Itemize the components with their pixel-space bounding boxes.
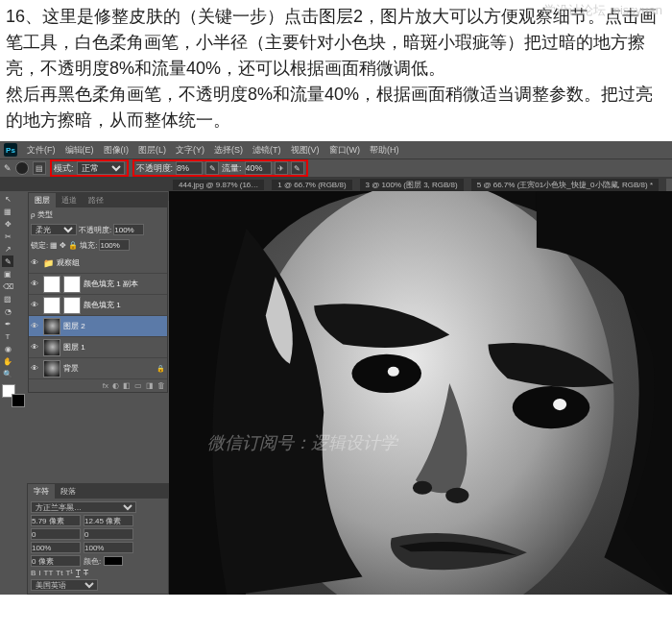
svg-point-2 [351,354,421,393]
caps-icon[interactable]: TT [44,569,54,577]
layer-row[interactable]: 👁 颜色填充 1 [29,295,167,316]
mode-select[interactable]: 正常 [77,161,125,175]
language-select[interactable]: 美国英语 [31,579,98,591]
tab-character[interactable]: 字符 [28,484,55,499]
layer-thumb [43,297,60,314]
visibility-icon[interactable]: 👁 [31,322,40,330]
menu-file[interactable]: 文件(F) [27,144,56,157]
layer-name[interactable]: 颜色填充 1 副本 [84,279,138,289]
trash-icon[interactable]: 🗑 [157,381,165,390]
kind-filter[interactable]: ρ 类型 [31,209,53,220]
doc-tab-2[interactable]: 3 @ 100% (图层 3, RGB/8) [360,179,464,191]
tab-paths[interactable]: 路径 [83,193,109,207]
menu-help[interactable]: 帮助(H) [370,144,399,157]
superscript-icon[interactable]: T¹ [65,569,73,577]
visibility-icon[interactable]: 👁 [31,364,40,373]
layer-row-selected[interactable]: 👁 图层 2 [29,316,167,337]
tutorial-para-2: 然后再黑色柔角画笔，不透明度8%和流量40%，根据画面稍微适当调整参数。把过亮的… [6,82,666,134]
layer-name[interactable]: 颜色填充 1 [84,300,121,310]
doc-tab-0[interactable]: 444.jpg @ 9.87% (16… [173,180,264,190]
new-layer-icon[interactable]: ◨ [146,381,154,390]
marquee-tool[interactable]: ▦ [2,206,13,217]
italic-icon[interactable]: I [38,569,40,577]
tab-paragraph[interactable]: 段落 [55,484,82,499]
mask-icon[interactable]: ◐ [112,381,119,390]
adjustment-icon[interactable]: ◧ [123,381,131,390]
opacity-pressure-icon[interactable]: ✎ [205,161,219,175]
menu-type[interactable]: 文字(Y) [176,144,204,157]
blend-mode-select[interactable]: 柔光 [31,224,77,235]
smallcaps-icon[interactable]: Tt [56,569,62,577]
menu-select[interactable]: 选择(S) [214,144,243,157]
pen-tool[interactable]: ✒ [2,318,13,329]
font-family-select[interactable]: 方正兰亭黑… [31,501,136,513]
fx-icon[interactable]: fx [103,381,108,390]
doc-tab-1[interactable]: 1 @ 66.7% (RGB/8) [272,180,351,190]
dodge-tool[interactable]: ◔ [2,305,13,317]
bold-icon[interactable]: B [31,569,36,577]
type-tool[interactable]: T [2,330,13,342]
text-color-swatch[interactable] [104,556,123,566]
font-size-input[interactable] [31,515,81,526]
move-tool[interactable]: ↖ [2,193,13,205]
visibility-icon[interactable]: 👁 [31,258,40,267]
color-swatches[interactable] [2,384,25,407]
underline-icon[interactable]: T̲ [76,569,81,577]
text-style-row: B I TT Tt T¹ T̲ T̶ [31,569,165,577]
layer-group-row[interactable]: 👁 📁 观察组 [29,253,167,274]
leading-input[interactable] [84,515,133,526]
group-name[interactable]: 观察组 [57,257,80,268]
eraser-tool[interactable]: ⌫ [2,280,13,292]
lock-position-icon[interactable]: ✥ [60,241,66,250]
doc-tab-3[interactable]: 5 @ 66.7% (王寅01小色块_快捷_0小隐藏, RGB/8) * [471,179,659,191]
lock-all-icon[interactable]: 🔒 [68,241,78,250]
strike-icon[interactable]: T̶ [84,569,88,577]
crop-tool[interactable]: ✂ [2,231,13,242]
tracking-input-2[interactable] [84,528,133,540]
hscale-input[interactable] [31,542,81,553]
menu-filter[interactable]: 滤镜(T) [252,144,281,157]
brush-preview[interactable] [15,161,29,175]
visibility-icon[interactable]: 👁 [31,301,40,309]
layer-name[interactable]: 背景 [63,363,79,374]
fill-input[interactable] [99,239,130,251]
tracking-input-1[interactable] [31,528,81,540]
group-icon[interactable]: ▭ [134,381,142,390]
layer-row-background[interactable]: 👁 背景 🔒 [29,358,167,379]
layer-row[interactable]: 👁 颜色填充 1 副本 [29,274,167,295]
hand-tool[interactable]: ✋ [2,355,13,367]
menu-image[interactable]: 图像(I) [104,144,130,157]
brush-tool[interactable]: ✎ [2,256,13,267]
path-tool[interactable]: ◉ [2,343,13,354]
visibility-icon[interactable]: 👁 [31,343,40,352]
tab-channels[interactable]: 通道 [56,193,83,207]
airbrush-icon[interactable]: ✈ [275,161,288,175]
menu-layer[interactable]: 图层(L) [138,144,166,157]
layer-name[interactable]: 图层 2 [63,321,85,331]
stamp-tool[interactable]: ▣ [2,268,13,280]
menu-view[interactable]: 视图(V) [291,144,320,157]
brush-panel-toggle-icon[interactable]: ▤ [33,161,46,175]
layer-row[interactable]: 👁 图层 1 [29,337,167,358]
gradient-tool[interactable]: ▨ [2,293,13,304]
visibility-icon[interactable]: 👁 [31,280,40,288]
opacity-input[interactable] [176,161,203,175]
lock-pixels-icon[interactable]: ▦ [50,241,58,250]
zoom-tool[interactable]: 🔍 [2,368,13,379]
menu-window[interactable]: 窗口(W) [329,144,361,157]
baseline-input[interactable] [31,555,81,567]
layer-opacity-input[interactable] [113,224,144,235]
canvas-area[interactable]: 微信订阅号：逻辑设计学 [169,191,672,595]
layer-thumb [43,339,60,356]
layer-name[interactable]: 图层 1 [63,342,85,353]
background-swatch[interactable] [12,394,25,407]
brush-tool-icon[interactable]: ✎ [4,163,12,173]
flow-pressure-icon[interactable]: ✎ [291,161,304,175]
menu-edit[interactable]: 编辑(E) [65,144,94,157]
eyedropper-tool[interactable]: ↗ [2,243,13,255]
lasso-tool[interactable]: ✥ [2,218,13,230]
tab-layers[interactable]: 图层 [29,193,56,207]
doc-tab-4[interactable]: 6L2A6183.jpg @ 66.7% (图层 2, RGB/8) * [666,179,672,191]
vscale-input[interactable] [84,542,133,553]
flow-input[interactable] [245,161,272,175]
